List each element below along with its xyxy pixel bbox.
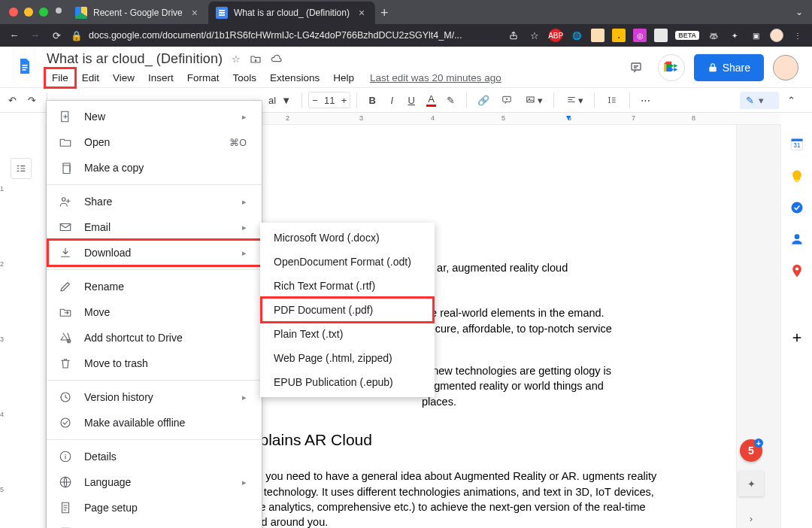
file-menu-copy[interactable]: Make a copy bbox=[47, 155, 262, 181]
comment-history-icon[interactable] bbox=[623, 55, 649, 80]
redo-button[interactable]: ↷ bbox=[23, 90, 41, 111]
last-edit-link[interactable]: Last edit was 20 minutes ago bbox=[370, 72, 501, 83]
calendar-panel-icon[interactable]: 31 bbox=[789, 137, 804, 152]
menu-edit[interactable]: Edit bbox=[75, 68, 106, 87]
ext-icon-3[interactable] bbox=[654, 29, 668, 42]
side-panel-icon[interactable]: ▣ bbox=[749, 29, 762, 42]
move-doc-icon[interactable] bbox=[250, 53, 262, 65]
side-panel-toggle-icon[interactable]: › bbox=[738, 505, 764, 528]
download-option[interactable]: Microsoft Word (.docx) bbox=[260, 226, 435, 250]
insert-comment-button[interactable] bbox=[495, 90, 518, 111]
file-menu-share[interactable]: Share▸ bbox=[47, 189, 262, 214]
italic-button[interactable]: I bbox=[383, 90, 401, 111]
new-tab-button[interactable]: + bbox=[375, 2, 396, 24]
insert-link-button[interactable]: 🔗 bbox=[473, 90, 494, 111]
doc-title[interactable]: What is ar cloud_ (Definition) bbox=[47, 51, 223, 67]
keep-panel-icon[interactable] bbox=[789, 168, 804, 184]
menu-insert[interactable]: Insert bbox=[141, 68, 180, 87]
file-menu-history[interactable]: Version history▸ bbox=[47, 384, 262, 410]
share-url-icon[interactable] bbox=[507, 29, 520, 42]
ext-icon-2[interactable]: ◎ bbox=[633, 29, 647, 42]
line-spacing-button[interactable] bbox=[601, 90, 623, 111]
download-option[interactable]: Rich Text Format (.rtf) bbox=[260, 274, 435, 298]
download-option[interactable]: Plain Text (.txt) bbox=[260, 322, 435, 346]
editing-mode-button[interactable]: ✎▾ bbox=[740, 92, 779, 109]
file-menu-open[interactable]: Open⌘O bbox=[47, 129, 262, 155]
profile-avatar-icon[interactable] bbox=[770, 29, 783, 42]
window-dropdown-icon[interactable]: ⌄ bbox=[795, 7, 803, 17]
menu-file[interactable]: File bbox=[45, 68, 75, 87]
reload-button[interactable]: ⟳ bbox=[50, 29, 63, 42]
file-menu-trash[interactable]: Move to trash bbox=[47, 350, 262, 376]
bookmark-icon[interactable]: ☆ bbox=[528, 29, 541, 42]
file-menu-offline[interactable]: Make available offline bbox=[47, 410, 262, 435]
explore-button[interactable]: ✦ bbox=[738, 471, 764, 496]
insert-image-button[interactable]: ▾ bbox=[520, 90, 547, 111]
download-submenu[interactable]: Microsoft Word (.docx)OpenDocument Forma… bbox=[260, 223, 435, 397]
add-on-plus-icon[interactable] bbox=[790, 331, 804, 344]
contacts-panel-icon[interactable] bbox=[789, 232, 804, 247]
download-option[interactable]: OpenDocument Format (.odt) bbox=[260, 250, 435, 274]
docs-logo[interactable] bbox=[11, 53, 39, 80]
menu-help[interactable]: Help bbox=[326, 68, 361, 87]
maps-panel-icon[interactable] bbox=[789, 263, 804, 278]
back-button[interactable]: ← bbox=[8, 29, 21, 42]
file-menu-page-setup[interactable]: Page setup bbox=[47, 495, 262, 520]
text-color-button[interactable]: A bbox=[422, 90, 441, 111]
ext-icon-1[interactable] bbox=[591, 29, 604, 42]
star-icon[interactable]: ☆ bbox=[232, 53, 241, 65]
forward-button[interactable]: → bbox=[29, 29, 42, 42]
menu-format[interactable]: Format bbox=[180, 68, 226, 87]
os-max-btn[interactable] bbox=[39, 8, 48, 17]
file-menu-email[interactable]: Email▸ bbox=[47, 214, 262, 240]
file-dropdown[interactable]: New▸Open⌘OMake a copyShare▸Email▸Downloa… bbox=[47, 101, 262, 528]
menu-label: Share bbox=[84, 196, 230, 208]
ext-icon-4[interactable]: 🦝 bbox=[707, 29, 720, 42]
globe-ext-icon[interactable]: 🌐 bbox=[570, 29, 583, 42]
cloud-status-icon[interactable] bbox=[271, 53, 283, 65]
align-button[interactable]: ▾ bbox=[560, 90, 588, 111]
vertical-ruler[interactable]: 12345 bbox=[0, 140, 9, 528]
extensions-icon[interactable]: ✦ bbox=[728, 29, 741, 42]
adblock-ext-icon[interactable]: ABP bbox=[549, 29, 562, 42]
menu-extensions[interactable]: Extensions bbox=[263, 68, 326, 87]
download-option[interactable]: Web Page (.html, zipped) bbox=[260, 346, 435, 370]
file-menu-rename[interactable]: Rename bbox=[47, 274, 262, 299]
bold-button[interactable]: B bbox=[363, 90, 381, 111]
browser-tab-drive[interactable]: Recent - Google Drive × bbox=[68, 2, 208, 24]
keep-ext-icon[interactable]: . bbox=[612, 29, 626, 42]
underline-button[interactable]: U bbox=[402, 90, 420, 111]
tab-close-icon[interactable]: × bbox=[192, 7, 198, 19]
more-button[interactable]: ⋯ bbox=[636, 90, 655, 111]
file-menu-language[interactable]: Language▸ bbox=[47, 469, 262, 495]
profile-avatar[interactable] bbox=[773, 55, 798, 80]
share-button[interactable]: Share bbox=[694, 54, 764, 81]
font-size-inc[interactable]: + bbox=[341, 95, 347, 106]
undo-button[interactable]: ↶ bbox=[3, 90, 21, 111]
address-input[interactable]: 🔒 docs.google.com/document/d/1b1RS6fcHWr… bbox=[71, 30, 499, 41]
download-option[interactable]: EPUB Publication (.epub) bbox=[260, 370, 435, 394]
file-menu-new[interactable]: New▸ bbox=[47, 104, 262, 129]
file-menu-move[interactable]: Move bbox=[47, 299, 262, 325]
font-size-dec[interactable]: − bbox=[312, 95, 318, 106]
font-size-control[interactable]: − 11 + bbox=[308, 92, 350, 108]
file-menu-download[interactable]: Download▸ bbox=[47, 240, 262, 266]
hide-menus-button[interactable]: ⌃ bbox=[782, 90, 800, 111]
file-menu-print[interactable]: Print⌘P bbox=[47, 520, 262, 528]
font-style-suffix[interactable]: al ▼ bbox=[264, 90, 295, 111]
meet-button[interactable] bbox=[658, 54, 685, 81]
highlight-color-button[interactable]: ✎ bbox=[442, 90, 460, 111]
chrome-menu-icon[interactable]: ⋮ bbox=[791, 29, 804, 42]
menu-tools[interactable]: Tools bbox=[226, 68, 264, 87]
outline-toggle-button[interactable] bbox=[11, 158, 32, 179]
file-menu-shortcut-drive[interactable]: Add shortcut to Drive bbox=[47, 325, 262, 350]
tab-close-icon[interactable]: × bbox=[359, 7, 365, 19]
download-option[interactable]: PDF Document (.pdf) bbox=[260, 298, 435, 322]
os-min-btn[interactable] bbox=[24, 8, 33, 17]
notifications-button[interactable]: 5+ bbox=[740, 439, 762, 462]
browser-tab-doc[interactable]: What is ar cloud_ (Definition) × bbox=[208, 2, 375, 24]
menu-view[interactable]: View bbox=[106, 68, 141, 87]
os-close-btn[interactable] bbox=[9, 8, 18, 17]
tasks-panel-icon[interactable] bbox=[789, 200, 804, 215]
file-menu-details[interactable]: Details bbox=[47, 444, 262, 469]
